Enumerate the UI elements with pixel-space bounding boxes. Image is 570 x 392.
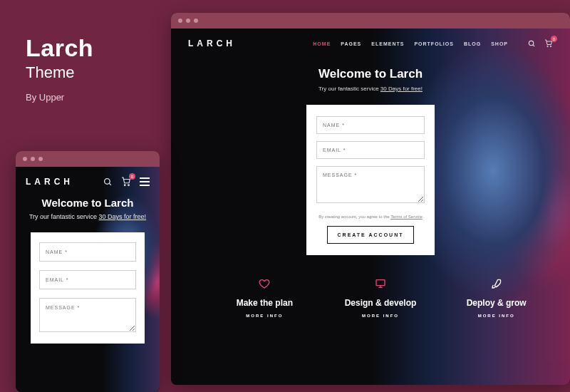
feature-title: Make the plan [207, 298, 323, 308]
feature-title: Deploy & grow [438, 298, 554, 308]
search-icon[interactable] [103, 177, 113, 187]
feature-more[interactable]: MORE INFO [207, 314, 323, 318]
svg-point-7 [105, 178, 110, 184]
svg-line-1 [533, 44, 534, 46]
feature-deploy: Deploy & grow MORE INFO [438, 278, 554, 318]
svg-rect-4 [376, 280, 385, 286]
name-input[interactable] [316, 116, 425, 134]
mobile-content: LARCH 0 Welcome to Larch Try our fantast… [16, 167, 160, 392]
mobile-nav-icons: 0 [103, 177, 150, 187]
feature-plan: Make the plan MORE INFO [207, 278, 323, 318]
svg-point-9 [124, 185, 125, 186]
create-account-button[interactable]: CREATE ACCOUNT [327, 226, 415, 244]
window-dot [23, 157, 27, 161]
svg-point-3 [550, 46, 551, 47]
signup-card [31, 232, 145, 344]
theme-subtitle: Theme [26, 63, 93, 82]
cart-icon[interactable]: 0 [544, 39, 553, 48]
mobile-top-nav: LARCH 0 [16, 167, 160, 191]
window-titlebar [16, 151, 160, 167]
site-logo[interactable]: LARCH [188, 38, 236, 48]
hero-tagline-pre: Try our fantastic service [318, 86, 380, 92]
hero-tagline-pre: Try our fantastic service [29, 213, 99, 220]
svg-point-0 [529, 41, 533, 45]
tos-link[interactable]: Terms of Service [390, 215, 423, 219]
tos-text: By creating account, you agree to the Te… [316, 215, 425, 219]
theme-byline: By Upper [26, 92, 93, 103]
features-row: Make the plan MORE INFO Design & develop… [171, 278, 570, 318]
window-titlebar [171, 13, 570, 29]
monitor-icon [323, 278, 439, 291]
email-input[interactable] [39, 270, 136, 289]
svg-line-8 [109, 183, 111, 185]
message-input[interactable] [316, 166, 425, 203]
nav-home[interactable]: HOME [313, 41, 331, 46]
promo-panel: Larch Theme By Upper [26, 34, 93, 103]
hero-tagline-link[interactable]: 30 Days for free! [380, 86, 423, 92]
window-dot [186, 19, 190, 23]
heart-icon [207, 278, 323, 291]
desktop-content: LARCH HOME PAGES ELEMENTS PORTFOLIOS BLO… [171, 29, 570, 385]
window-dot [194, 19, 198, 23]
hero-heading: Welcome to Larch [171, 67, 570, 81]
cart-icon[interactable]: 0 [121, 177, 131, 187]
hero-tagline: Try our fantastic service 30 Days for fr… [16, 212, 160, 222]
theme-title: Larch [26, 34, 93, 62]
rocket-icon [438, 278, 554, 291]
feature-more[interactable]: MORE INFO [323, 314, 439, 318]
hero-section: Welcome to Larch Try our fantastic servi… [16, 197, 160, 222]
signup-card: By creating account, you agree to the Te… [306, 105, 435, 255]
name-input[interactable] [39, 242, 136, 262]
cart-badge: 0 [129, 173, 135, 180]
hero-tagline: Try our fantastic service 30 Days for fr… [171, 86, 570, 92]
desktop-preview-window: LARCH HOME PAGES ELEMENTS PORTFOLIOS BLO… [171, 13, 570, 385]
message-input[interactable] [39, 298, 136, 332]
hero-section: Welcome to Larch Try our fantastic servi… [171, 67, 570, 92]
window-dot [38, 157, 43, 161]
nav-pages[interactable]: PAGES [341, 41, 361, 46]
email-input[interactable] [316, 141, 425, 159]
search-icon[interactable] [528, 40, 536, 48]
tos-pre: By creating account, you agree to the [318, 215, 390, 219]
hamburger-icon[interactable] [140, 177, 150, 186]
window-dot [178, 19, 182, 23]
cart-badge: 0 [551, 36, 557, 42]
feature-design: Design & develop MORE INFO [323, 278, 439, 318]
hero-heading: Welcome to Larch [16, 197, 160, 209]
window-dot [31, 157, 35, 161]
mobile-preview-window: LARCH 0 Welcome to Larch Try our fantast… [16, 151, 160, 392]
svg-point-2 [547, 46, 549, 47]
feature-title: Design & develop [323, 298, 439, 308]
feature-more[interactable]: MORE INFO [438, 314, 554, 318]
site-logo[interactable]: LARCH [26, 177, 73, 187]
hero-tagline-link[interactable]: 30 Days for free! [99, 213, 147, 220]
svg-point-10 [128, 185, 130, 186]
